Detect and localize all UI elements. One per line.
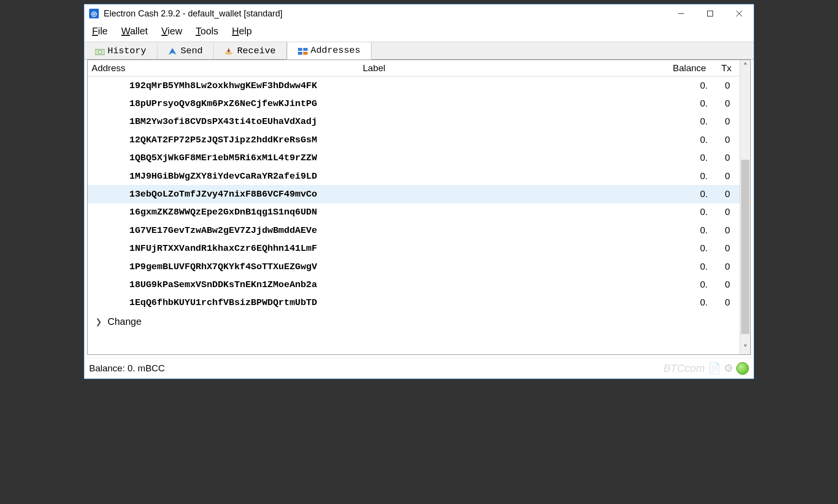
table-row[interactable]: 1NFUjRTXXVandR1khaxCzr6EQhhn141LmF0.0: [88, 240, 740, 258]
cell-tx: 0: [717, 261, 740, 272]
scroll-thumb[interactable]: [741, 160, 749, 334]
cell-balance: 0.: [669, 297, 717, 308]
cell-balance: 0.: [669, 116, 717, 127]
network-status-icon[interactable]: [736, 362, 749, 375]
watermark-text: BTCcom: [663, 362, 705, 375]
menu-help[interactable]: Help: [232, 26, 252, 37]
cell-address: 18UG9kPaSemxVSnDDKsTnEKn1ZMoeAnb2a: [88, 279, 359, 290]
cell-balance: 0.: [669, 153, 717, 163]
col-balance[interactable]: Balance: [669, 61, 717, 76]
address-grid: Address Label Balance Tx 192qMrB5YMh8Lw2…: [87, 60, 751, 355]
content-area: Address Label Balance Tx 192qMrB5YMh8Lw2…: [84, 60, 754, 358]
cell-balance: 0.: [669, 261, 717, 272]
col-address[interactable]: Address: [88, 61, 359, 76]
menu-wallet[interactable]: Wallet: [121, 26, 148, 37]
scroll-up-icon[interactable]: ˄: [740, 60, 750, 73]
status-bar: Balance: 0. mBCC BTCcom 📄 ⚙: [84, 358, 754, 379]
cell-balance: 0.: [669, 189, 717, 199]
maximize-button[interactable]: [696, 4, 725, 23]
vertical-scrollbar[interactable]: ˄ ˅: [740, 60, 750, 354]
svg-rect-10: [298, 52, 302, 55]
cell-address: 12QKAT2FP72P5zJQSTJipz2hddKreRsGsM: [88, 135, 359, 145]
tab-receive[interactable]: Receive: [214, 42, 287, 59]
window-controls: [667, 4, 754, 23]
cell-address: 192qMrB5YMh8Lw2oxkhwgKEwF3hDdww4FK: [88, 80, 359, 91]
table-row[interactable]: 1P9gemBLUVFQRhX7QKYkf4SoTTXuEZGwgV0.0: [88, 258, 740, 275]
cell-address: 18pUPrsyoQv8gKm6PxZ6NeCjfewKJintPG: [88, 98, 359, 109]
status-balance: Balance: 0. mBCC: [89, 363, 165, 374]
svg-rect-8: [298, 48, 302, 51]
cell-balance: 0.: [669, 207, 717, 217]
scroll-track[interactable]: [740, 73, 750, 342]
cell-address: 1G7VE17GevTzwABw2gEV7ZJjdwBmddAEVe: [88, 225, 359, 236]
status-icons: BTCcom 📄 ⚙: [663, 362, 749, 375]
tab-receive-label: Receive: [237, 46, 276, 56]
cell-tx: 0: [717, 80, 740, 91]
cell-address: 1P9gemBLUVFQRhX7QKYkf4SoTTXuEZGwgV: [88, 261, 359, 272]
cell-address: 1NFUjRTXXVandR1khaxCzr6EQhhn141LmF: [88, 243, 359, 254]
send-icon: [168, 47, 177, 54]
table-row[interactable]: 192qMrB5YMh8Lw2oxkhwgKEwF3hDdww4FK0.0: [88, 76, 740, 94]
cell-balance: 0.: [669, 80, 717, 91]
table-row[interactable]: 18pUPrsyoQv8gKm6PxZ6NeCjfewKJintPG0.0: [88, 94, 740, 112]
close-button[interactable]: [725, 4, 754, 23]
receive-icon: [224, 47, 233, 54]
menu-view[interactable]: View: [161, 26, 182, 37]
addresses-icon: [298, 47, 307, 54]
table-row[interactable]: 1EqQ6fhbKUYU1rchfVBsizBPWDQrtmUbTD0.0: [88, 294, 740, 312]
title-bar: ◎ Electron Cash 2.9.2 - default_wallet […: [84, 4, 754, 23]
cell-tx: 0: [717, 98, 740, 109]
table-row[interactable]: 1QBQ5XjWkGF8MEr1ebM5Ri6xM1L4t9rZZW0.0: [88, 149, 740, 167]
app-window: ◎ Electron Cash 2.9.2 - default_wallet […: [84, 4, 754, 379]
tab-send-label: Send: [181, 46, 203, 56]
cell-balance: 0.: [669, 135, 717, 145]
seed-icon[interactable]: 📄: [708, 362, 721, 375]
cell-address: 1BM2Yw3ofi8CVDsPX43ti4toEUhaVdXadj: [88, 116, 359, 127]
grid-rows: 192qMrB5YMh8Lw2oxkhwgKEwF3hDdww4FK0.018p…: [88, 76, 740, 312]
cell-address: 13ebQoLZoTmfJZvy47nixF8B6VCF49mvCo: [88, 189, 359, 199]
cell-balance: 0.: [669, 98, 717, 109]
cell-address: 1QBQ5XjWkGF8MEr1ebM5Ri6xM1L4t9rZZW: [88, 153, 359, 163]
window-title: Electron Cash 2.9.2 - default_wallet [st…: [104, 9, 282, 19]
cell-address: 16gxmZKZ8WWQzEpe2GxDnB1qg1S1nq6UDN: [88, 207, 359, 217]
table-row[interactable]: 16gxmZKZ8WWQzEpe2GxDnB1qg1S1nq6UDN0.0: [88, 203, 740, 221]
app-icon: ◎: [89, 9, 99, 18]
settings-icon[interactable]: ⚙: [724, 362, 733, 375]
cell-tx: 0: [717, 243, 740, 254]
tab-addresses-label: Addresses: [310, 45, 360, 56]
menu-file[interactable]: File: [92, 26, 108, 37]
cell-address: 1MJ9HGiBbWgZXY8iYdevCaRaYR2afei9LD: [88, 171, 359, 182]
table-row[interactable]: 13ebQoLZoTmfJZvy47nixF8B6VCF49mvCo0.0: [88, 185, 740, 203]
tab-send[interactable]: Send: [157, 42, 214, 59]
table-row[interactable]: 1G7VE17GevTzwABw2gEV7ZJjdwBmddAEVe0.0: [88, 221, 740, 239]
table-row[interactable]: 1BM2Yw3ofi8CVDsPX43ti4toEUhaVdXadj0.0: [88, 113, 740, 131]
menu-bar: File Wallet View Tools Help: [84, 23, 754, 42]
cell-balance: 0.: [669, 225, 717, 236]
cell-tx: 0: [717, 225, 740, 236]
minimize-button[interactable]: [667, 4, 696, 23]
table-row[interactable]: 18UG9kPaSemxVSnDDKsTnEKn1ZMoeAnb2a0.0: [88, 275, 740, 293]
tab-addresses[interactable]: Addresses: [287, 42, 372, 60]
cell-tx: 0: [717, 153, 740, 163]
table-row[interactable]: 1MJ9HGiBbWgZXY8iYdevCaRaYR2afei9LD0.0: [88, 167, 740, 185]
cell-tx: 0: [717, 297, 740, 308]
col-tx[interactable]: Tx: [717, 61, 740, 76]
table-row[interactable]: 12QKAT2FP72P5zJQSTJipz2hddKreRsGsM0.0: [88, 131, 740, 149]
cell-balance: 0.: [669, 279, 717, 290]
change-group[interactable]: ❯ Change: [88, 312, 740, 331]
col-label[interactable]: Label: [359, 61, 669, 76]
history-icon: [95, 47, 104, 54]
cell-balance: 0.: [669, 171, 717, 182]
tab-history[interactable]: History: [84, 42, 157, 59]
chevron-right-icon: ❯: [95, 317, 102, 326]
svg-rect-11: [303, 52, 308, 55]
scroll-down-icon[interactable]: ˅: [740, 342, 750, 354]
menu-tools[interactable]: Tools: [196, 26, 218, 37]
cell-tx: 0: [717, 171, 740, 182]
cell-tx: 0: [717, 279, 740, 290]
svg-marker-6: [169, 48, 176, 55]
cell-address: 1EqQ6fhbKUYU1rchfVBsizBPWDQrtmUbTD: [88, 297, 359, 308]
svg-rect-9: [303, 48, 308, 51]
cell-tx: 0: [717, 116, 740, 127]
change-label: Change: [108, 316, 141, 327]
